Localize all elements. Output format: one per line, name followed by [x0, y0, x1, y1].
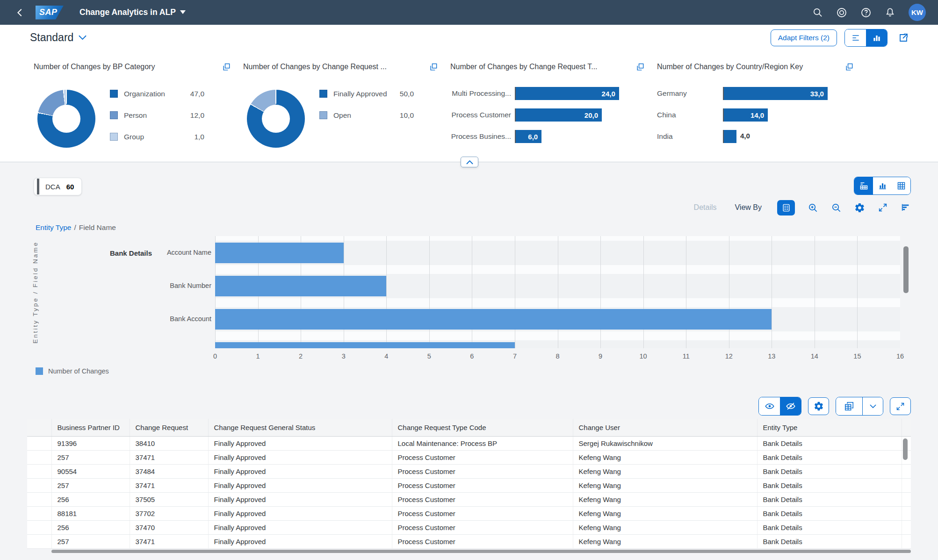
table-row[interactable]: 25737471Finally ApprovedProcess Customer… — [27, 450, 911, 464]
table-row[interactable]: 25637505Finally ApprovedProcess Customer… — [27, 492, 911, 506]
zoom-out-button[interactable] — [831, 202, 842, 213]
chart-bar[interactable] — [215, 243, 344, 263]
column-header[interactable]: Change Request Type Code — [392, 419, 573, 436]
column-header[interactable]: Change Request — [130, 419, 208, 436]
row-selector-cell[interactable] — [27, 450, 51, 464]
export-menu-button[interactable] — [862, 397, 883, 415]
hybrid-view-button[interactable] — [854, 177, 873, 194]
table-cell: Local Maintenance: Process BP — [392, 436, 573, 450]
kpi-bar[interactable]: 33,0 — [724, 87, 828, 100]
row-selector-cell[interactable] — [27, 436, 51, 450]
table-fullscreen-button[interactable] — [890, 397, 911, 415]
kpi-bar-label: India — [657, 132, 723, 141]
table-row[interactable]: 9055437484Finally ApprovedProcess Custom… — [27, 464, 911, 478]
gridline — [429, 236, 430, 348]
chart-type-button[interactable] — [901, 202, 911, 213]
legend-item[interactable]: Person12,0 — [110, 111, 204, 119]
card-title: Number of Changes by BP Category — [34, 63, 159, 71]
legend-value: 10,0 — [400, 111, 414, 120]
row-selector-header[interactable] — [27, 419, 51, 436]
donut-chart-cr-status[interactable] — [247, 90, 305, 148]
column-header[interactable]: Entity Type — [757, 419, 902, 436]
row-selector-cell[interactable] — [27, 478, 51, 492]
table-cell: 90554 — [51, 464, 130, 478]
column-header[interactable]: Business Partner ID — [51, 419, 130, 436]
main-chart-plot[interactable] — [215, 236, 900, 348]
share-button[interactable] — [895, 32, 912, 44]
user-avatar[interactable]: KW — [909, 4, 926, 21]
legend-value: 12,0 — [190, 111, 204, 120]
popout-icon[interactable] — [222, 63, 231, 72]
show-details-button[interactable] — [759, 397, 780, 415]
table-row[interactable]: 9139638410Finally ApprovedLocal Maintena… — [27, 436, 911, 450]
toggle-legend-button[interactable] — [777, 200, 795, 215]
kpi-bar-zone: 24,0 — [515, 87, 645, 100]
chart-bar[interactable] — [215, 309, 772, 330]
kpi-bar[interactable]: 20,0 — [516, 108, 602, 122]
gridline — [515, 236, 515, 348]
chart-bar[interactable] — [215, 276, 386, 296]
legend-value: 47,0 — [190, 90, 204, 98]
legend-value: 1,0 — [194, 133, 204, 141]
kpi-bar[interactable]: 6,0 — [516, 130, 541, 143]
chart-table-icon — [859, 181, 869, 191]
table-scrollbar-thumb[interactable] — [903, 438, 908, 460]
row-selector-cell[interactable] — [27, 464, 51, 478]
chart-only-view-button[interactable] — [873, 177, 892, 194]
donut-chart-bp-category[interactable] — [37, 90, 95, 148]
copilot-button[interactable] — [836, 7, 847, 18]
export-button[interactable] — [836, 397, 862, 415]
row-selector-cell[interactable] — [27, 492, 51, 506]
zoom-in-button[interactable] — [808, 202, 818, 213]
kpi-bar-row: Multi Processing...24,0 — [450, 87, 645, 100]
legend-item[interactable]: Finally Approved50,0 — [319, 90, 414, 98]
filter-rows-view-button[interactable] — [845, 29, 866, 46]
kpi-bar[interactable]: 14,0 — [724, 108, 768, 122]
details-button[interactable]: Details — [691, 203, 720, 212]
popout-icon[interactable] — [635, 63, 645, 72]
row-selector-cell[interactable] — [27, 534, 51, 548]
table-only-view-button[interactable] — [892, 177, 910, 194]
kpi-bar[interactable] — [724, 130, 736, 143]
row-selector-cell[interactable] — [27, 520, 51, 534]
breadcrumb-link[interactable]: Entity Type — [36, 223, 71, 232]
chart-view-button[interactable] — [866, 29, 887, 46]
chart-settings-button[interactable] — [854, 202, 865, 213]
view-by-button[interactable]: View By — [732, 203, 765, 212]
search-button[interactable] — [812, 7, 823, 18]
chart-bar[interactable] — [215, 342, 515, 348]
legend-swatch — [319, 90, 327, 98]
table-row[interactable]: 25737471Finally ApprovedProcess Customer… — [27, 534, 911, 548]
legend-item[interactable]: Open10,0 — [319, 111, 414, 119]
table-settings-button[interactable] — [808, 397, 829, 415]
legend-item[interactable]: Group1,0 — [110, 133, 204, 141]
legend-item[interactable]: Organization47,0 — [110, 90, 204, 98]
x-axis-label: 16 — [896, 352, 904, 360]
chart-fullscreen-button[interactable] — [878, 202, 888, 213]
variant-selector[interactable]: Standard — [27, 31, 89, 44]
kpi-bar[interactable]: 24,0 — [516, 87, 619, 100]
gridline — [772, 236, 772, 348]
help-button[interactable] — [860, 7, 872, 18]
hide-details-button[interactable] — [780, 397, 801, 415]
filtered-count-chip[interactable]: DCA 60 — [34, 178, 82, 195]
x-axis-label: 9 — [599, 352, 602, 360]
x-axis-label: 6 — [470, 352, 474, 360]
table-row[interactable]: 25637470Finally ApprovedProcess Customer… — [27, 520, 911, 534]
horizontal-scrollbar-thumb[interactable] — [51, 550, 911, 553]
chart-scrollbar-thumb[interactable] — [903, 246, 909, 293]
scrollbar-cell — [902, 506, 911, 520]
table-row[interactable]: 25737471Finally ApprovedProcess Customer… — [27, 478, 911, 492]
row-selector-cell[interactable] — [27, 506, 51, 520]
popout-icon[interactable] — [429, 63, 438, 72]
column-header[interactable]: Change User — [573, 419, 757, 436]
notifications-button[interactable] — [885, 7, 895, 18]
app-title-menu[interactable]: Change Analytics in ALP — [77, 7, 188, 18]
collapse-header-button[interactable] — [461, 157, 478, 167]
popout-icon[interactable] — [844, 63, 854, 72]
back-button[interactable] — [12, 7, 28, 18]
export-spreadsheet-icon — [844, 401, 854, 411]
adapt-filters-button[interactable]: Adapt Filters (2) — [771, 29, 837, 46]
column-header[interactable]: Change Request General Status — [208, 419, 392, 436]
table-row[interactable]: 8818137702Finally ApprovedProcess Custom… — [27, 506, 911, 520]
